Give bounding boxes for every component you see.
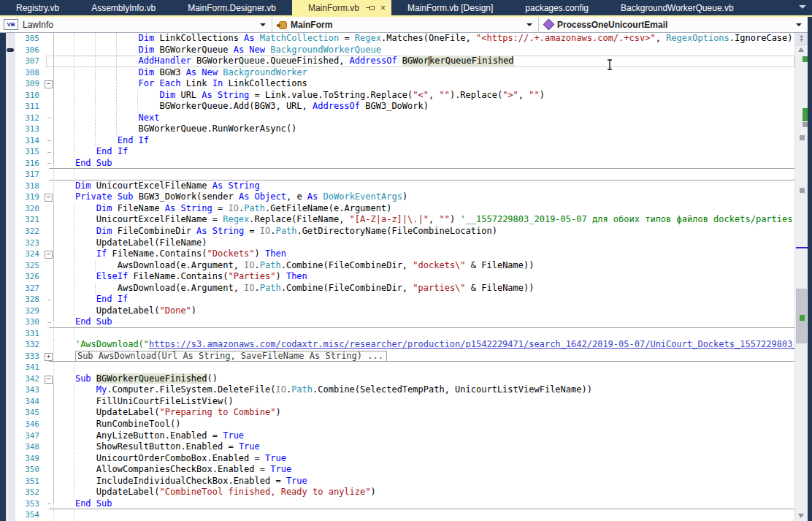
code-line-348[interactable]: 348 ShowResultButton.Enabled = True xyxy=(6,441,794,453)
line-number[interactable]: 305 xyxy=(15,33,43,45)
breakpoint-margin-cell[interactable] xyxy=(6,237,15,249)
line-number[interactable]: 354 xyxy=(15,509,43,521)
line-number[interactable]: 310 xyxy=(15,90,43,102)
code-text[interactable]: Next xyxy=(53,113,794,124)
outlining-margin-cell[interactable] xyxy=(43,316,53,328)
line-number[interactable]: 349 xyxy=(15,453,43,465)
breakpoint-margin-cell[interactable] xyxy=(6,441,15,453)
code-line-313[interactable]: 313 BGWorkerQueue.RunWorkerAsync() xyxy=(6,123,794,135)
code-line-315[interactable]: 315 End If xyxy=(6,146,794,158)
outlining-margin-cell[interactable] xyxy=(43,135,53,147)
bookmark-icon[interactable] xyxy=(7,48,14,52)
code-text[interactable]: UpdateLabel(FileName) xyxy=(53,237,794,249)
code-line-326[interactable]: 326 ElseIf FileName.Contains("Parties") … xyxy=(6,271,794,283)
breakpoint-margin-cell[interactable] xyxy=(6,67,15,79)
line-number[interactable]: 316 xyxy=(15,158,43,170)
code-line-330[interactable]: 330 End Sub xyxy=(6,316,794,328)
line-number[interactable]: 325 xyxy=(15,260,43,272)
code-line-321[interactable]: 321 UnicourtExcelFileName = Regex.Replac… xyxy=(6,214,794,226)
line-number[interactable]: 352 xyxy=(15,487,43,498)
outlining-margin-cell[interactable]: − xyxy=(43,78,53,90)
code-line-341[interactable]: 341 xyxy=(6,362,794,373)
line-number[interactable]: 353 xyxy=(15,498,43,510)
code-text[interactable]: Dim URL As String = Link.value.ToString.… xyxy=(53,90,794,102)
scroll-up-arrow-icon[interactable] xyxy=(798,47,804,52)
outlining-margin-cell[interactable] xyxy=(43,203,53,215)
outlining-margin-cell[interactable] xyxy=(43,56,53,67)
code-text[interactable]: UnicourtExcelFileName = Regex.Replace(Fi… xyxy=(53,214,794,226)
code-line-345[interactable]: 345 UpdateLabel("Preparing to Combine") xyxy=(6,407,794,419)
outlining-margin-cell[interactable] xyxy=(43,90,53,102)
outlining-margin-cell[interactable] xyxy=(43,158,53,170)
line-number[interactable]: 345 xyxy=(15,407,43,419)
breakpoint-margin-cell[interactable] xyxy=(6,33,15,45)
outlining-margin-cell[interactable] xyxy=(43,214,53,226)
outlining-margin-cell[interactable] xyxy=(43,283,53,294)
code-text[interactable]: Sub AwsDownload(Url As String, SaveFileN… xyxy=(53,351,794,362)
outlining-margin-cell[interactable]: − xyxy=(43,191,53,203)
code-text[interactable]: UnicourtOrderComboBox.Enabled = True xyxy=(53,453,794,465)
code-line-342[interactable]: 342− Sub BGWorkerQueueFinished() xyxy=(6,373,794,385)
code-text[interactable]: End Sub xyxy=(53,316,794,328)
breakpoint-margin-cell[interactable] xyxy=(6,339,15,351)
breakpoint-margin-cell[interactable] xyxy=(6,362,15,373)
breakpoint-margin-cell[interactable] xyxy=(6,384,15,396)
code-line-328[interactable]: 328 End If xyxy=(6,294,794,305)
line-number[interactable]: 315 xyxy=(15,146,43,158)
code-line-353[interactable]: 353 End Sub xyxy=(6,498,794,510)
line-number[interactable]: 329 xyxy=(15,305,43,317)
breakpoint-margin-cell[interactable] xyxy=(6,476,15,487)
breakpoint-margin-cell[interactable] xyxy=(6,373,15,385)
line-number[interactable]: 351 xyxy=(15,476,43,487)
code-line-320[interactable]: 320 Dim FileName As String = IO.Path.Get… xyxy=(6,203,794,215)
tab-registry-vb[interactable]: Registry.vb xyxy=(0,0,75,15)
code-text[interactable]: End If xyxy=(53,146,794,158)
code-line-354[interactable]: 354 xyxy=(6,509,794,521)
code-text[interactable]: Dim LinkCollections As MatchCollection =… xyxy=(53,33,794,45)
code-text[interactable] xyxy=(53,328,794,340)
line-number[interactable]: 332 xyxy=(15,339,43,351)
line-number[interactable]: 346 xyxy=(15,419,43,430)
tab-list-chevron-icon[interactable] xyxy=(799,5,806,9)
breakpoint-margin-cell[interactable] xyxy=(6,453,15,465)
code-text[interactable]: BGWorkerQueue.RunWorkerAsync() xyxy=(53,123,794,135)
outlining-margin-cell[interactable] xyxy=(43,101,53,113)
breakpoint-margin-cell[interactable] xyxy=(6,260,15,272)
outlining-margin-cell[interactable]: − xyxy=(43,248,53,260)
outlining-margin-cell[interactable] xyxy=(43,45,53,56)
code-text[interactable]: ElseIf FileName.Contains("Parties") Then xyxy=(53,271,794,283)
outlining-margin-cell[interactable] xyxy=(43,464,53,476)
outlining-margin-cell[interactable] xyxy=(43,487,53,498)
outlining-margin-cell[interactable] xyxy=(43,509,53,521)
tab-packages-config[interactable]: packages.config xyxy=(509,0,605,15)
code-line-347[interactable]: 347 AnyLizeButton.Enabled = True xyxy=(6,430,794,442)
code-line-333[interactable]: 333+ Sub AwsDownload(Url As String, Save… xyxy=(6,351,794,362)
breakpoint-margin-cell[interactable] xyxy=(6,169,15,180)
tab-backgroundworkerqueue-vb[interactable]: BackgroundWorkerQueue.vb xyxy=(605,0,750,15)
breakpoint-margin-cell[interactable] xyxy=(6,180,15,192)
outlining-margin-cell[interactable] xyxy=(43,169,53,180)
breakpoint-margin-cell[interactable] xyxy=(6,56,15,67)
code-line-311[interactable]: 311 BGWorkerQueue.Add(BGW3, URL, Address… xyxy=(6,101,794,113)
outlining-margin-cell[interactable] xyxy=(43,362,53,373)
code-line-322[interactable]: 322 Dim FileCombineDir As String = IO.Pa… xyxy=(6,226,794,237)
line-number[interactable]: 342 xyxy=(15,373,43,385)
code-text[interactable]: AllowCompaniesCheckBox.Enabled = True xyxy=(53,464,794,476)
code-text[interactable]: My.Computer.FileSystem.DeleteFile(IO.Pat… xyxy=(53,384,794,396)
line-number[interactable]: 307 xyxy=(15,56,43,67)
outlining-margin-cell[interactable] xyxy=(43,384,53,396)
project-dropdown[interactable]: VB LawInfo xyxy=(0,17,272,32)
code-text[interactable]: Dim BGWorkerQueue As New BackgroundWorke… xyxy=(53,45,794,56)
breakpoint-margin-cell[interactable] xyxy=(6,135,15,147)
breakpoint-margin-cell[interactable] xyxy=(6,487,15,498)
breakpoint-margin-cell[interactable] xyxy=(6,294,15,305)
code-line-305[interactable]: 305 Dim LinkCollections As MatchCollecti… xyxy=(6,33,794,45)
scrollbar-splitter-handle[interactable]: ‡ xyxy=(795,33,808,45)
code-text[interactable]: FillUniCourtFileListView() xyxy=(53,396,794,408)
code-text[interactable]: Sub BGWorkerQueueFinished() xyxy=(53,373,794,385)
line-number[interactable]: 333 xyxy=(15,351,43,362)
code-line-350[interactable]: 350 AllowCompaniesCheckBox.Enabled = Tru… xyxy=(6,464,794,476)
collapse-region-icon[interactable]: − xyxy=(45,376,53,384)
code-text[interactable]: If FileName.Contains("Dockets") Then xyxy=(53,248,794,260)
breakpoint-margin-cell[interactable] xyxy=(6,191,15,203)
